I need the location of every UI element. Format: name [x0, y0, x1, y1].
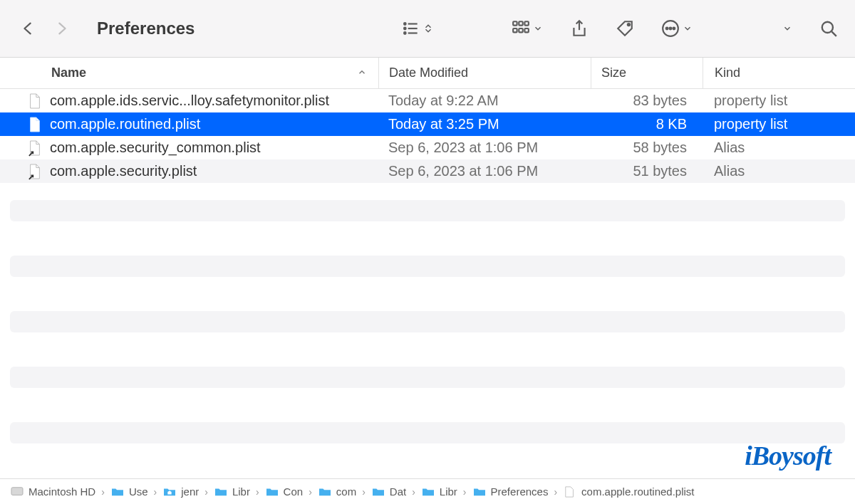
- tags-icon[interactable]: [616, 19, 634, 38]
- breadcrumb-item[interactable]: Preferences: [472, 485, 549, 498]
- toolbar-actions: [402, 19, 838, 38]
- file-kind: property list: [703, 116, 855, 132]
- breadcrumb-item[interactable]: Dat: [371, 485, 406, 498]
- breadcrumb-label: Libr: [232, 485, 250, 498]
- back-button[interactable]: [20, 18, 36, 39]
- svg-point-15: [670, 28, 672, 30]
- svg-point-2: [404, 32, 406, 34]
- svg-point-14: [666, 28, 668, 30]
- file-size: 8 KB: [591, 116, 703, 132]
- breadcrumb-item[interactable]: jenr: [162, 485, 199, 498]
- share-icon[interactable]: [570, 19, 589, 38]
- file-name: com.apple.security.plist: [50, 163, 197, 179]
- dropdown-icon[interactable]: [782, 23, 792, 33]
- breadcrumb-separator-icon: ›: [307, 486, 314, 498]
- svg-rect-9: [513, 28, 517, 32]
- file-name: com.apple.ids.servic...lloy.safetymonito…: [50, 93, 329, 109]
- breadcrumb-item[interactable]: Con: [265, 485, 304, 498]
- file-kind: Alias: [703, 163, 855, 179]
- file-date: Sep 6, 2023 at 1:06 PM: [378, 163, 591, 179]
- window-title: Preferences: [97, 19, 389, 38]
- svg-point-16: [673, 28, 675, 30]
- breadcrumb-label: com: [336, 485, 356, 498]
- empty-row: [10, 422, 845, 443]
- breadcrumb-item[interactable]: Libr: [214, 485, 250, 498]
- breadcrumb-separator-icon: ›: [361, 486, 367, 498]
- column-header-name-label: Name: [51, 65, 86, 80]
- alias-file-icon: [27, 162, 43, 182]
- more-actions-icon[interactable]: [661, 19, 693, 38]
- watermark-text: iBoysoft: [745, 440, 831, 471]
- search-icon[interactable]: [819, 19, 838, 38]
- svg-rect-6: [513, 21, 517, 25]
- folder-icon: [371, 486, 385, 498]
- file-name: com.apple.routined.plist: [50, 116, 200, 132]
- home-folder-icon: [162, 486, 177, 498]
- document-file-icon: [27, 91, 43, 111]
- empty-row: [10, 367, 845, 388]
- nav-buttons: [20, 18, 70, 39]
- breadcrumb-label: Preferences: [491, 485, 549, 498]
- column-header-name[interactable]: Name: [0, 58, 378, 88]
- breadcrumb-separator-icon: ›: [462, 486, 468, 498]
- sort-ascending-icon: [357, 65, 367, 80]
- svg-point-12: [628, 23, 630, 26]
- file-row[interactable]: com.apple.security_common.plistSep 6, 20…: [0, 136, 855, 159]
- breadcrumb-item[interactable]: Libr: [421, 485, 457, 498]
- breadcrumb-item[interactable]: com: [318, 485, 356, 498]
- breadcrumb-separator-icon: ›: [152, 486, 159, 498]
- empty-row: [10, 311, 845, 332]
- breadcrumb-label: com.apple.routined.plist: [581, 485, 694, 498]
- svg-rect-10: [519, 28, 522, 32]
- disk-icon: [10, 486, 24, 498]
- breadcrumb-item[interactable]: Macintosh HD: [10, 485, 95, 498]
- file-date: Sep 6, 2023 at 1:06 PM: [378, 140, 591, 156]
- empty-rows: [0, 183, 855, 443]
- svg-rect-8: [524, 21, 528, 25]
- column-header-date[interactable]: Date Modified: [378, 58, 591, 88]
- folder-icon: [110, 486, 125, 498]
- svg-point-1: [404, 28, 406, 30]
- column-header-kind-label: Kind: [715, 65, 740, 80]
- breadcrumb-item[interactable]: Use: [110, 485, 148, 498]
- file-size: 51 bytes: [591, 163, 703, 179]
- file-list: com.apple.ids.servic...lloy.safetymonito…: [0, 89, 855, 183]
- watermark-logo: iBoysoft: [745, 440, 831, 471]
- svg-point-0: [404, 23, 406, 25]
- breadcrumb-label: Libr: [440, 485, 457, 498]
- breadcrumb-separator-icon: ›: [552, 486, 559, 498]
- file-date: Today at 3:25 PM: [378, 116, 591, 132]
- column-header-size[interactable]: Size: [591, 58, 703, 88]
- breadcrumb-item[interactable]: com.apple.routined.plist: [563, 485, 694, 498]
- breadcrumb-label: jenr: [181, 485, 199, 498]
- empty-row: [10, 256, 845, 277]
- toolbar: Preferences: [0, 0, 855, 58]
- group-by-icon[interactable]: [512, 19, 543, 38]
- folder-icon: [214, 486, 228, 498]
- view-mode-list-icon[interactable]: [402, 19, 433, 38]
- folder-icon: [318, 486, 332, 498]
- column-header-size-label: Size: [601, 65, 626, 80]
- column-headers: Name Date Modified Size Kind: [0, 58, 855, 89]
- document-icon: [563, 486, 577, 498]
- file-row[interactable]: com.apple.routined.plistToday at 3:25 PM…: [0, 112, 855, 136]
- folder-icon: [265, 486, 279, 498]
- file-row[interactable]: com.apple.ids.servic...lloy.safetymonito…: [0, 89, 855, 112]
- folder-icon: [472, 486, 487, 498]
- file-name: com.apple.security_common.plist: [50, 140, 261, 156]
- file-kind: Alias: [703, 140, 855, 156]
- breadcrumb-separator-icon: ›: [254, 486, 261, 498]
- breadcrumb-label: Macintosh HD: [28, 485, 95, 498]
- file-size: 58 bytes: [591, 140, 703, 156]
- breadcrumb-separator-icon: ›: [410, 486, 417, 498]
- forward-button[interactable]: [54, 18, 70, 39]
- column-header-kind[interactable]: Kind: [703, 58, 855, 88]
- file-row[interactable]: com.apple.security.plistSep 6, 2023 at 1…: [0, 159, 855, 183]
- breadcrumb-label: Use: [129, 485, 148, 498]
- svg-line-18: [831, 31, 836, 36]
- svg-rect-11: [524, 28, 528, 32]
- breadcrumb-label: Dat: [390, 485, 406, 498]
- file-size: 83 bytes: [591, 93, 703, 109]
- alias-file-icon: [27, 138, 43, 158]
- empty-row: [10, 200, 845, 221]
